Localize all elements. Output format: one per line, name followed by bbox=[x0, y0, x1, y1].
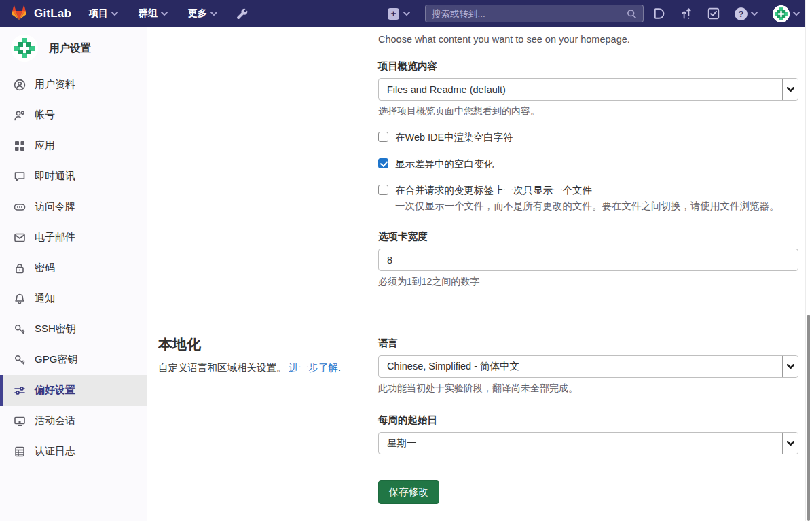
checkbox-row-one-file-at-a-time: 在合并请求的变更标签上一次只显示一个文件 bbox=[378, 184, 798, 197]
sidebar-item-label: SSH密钥 bbox=[35, 323, 76, 336]
sidebar-item-emails[interactable]: 电子邮件 bbox=[0, 222, 147, 253]
checkbox-label[interactable]: 在合并请求的变更标签上一次只显示一个文件 bbox=[395, 184, 592, 197]
sidebar-item-active-sessions[interactable]: 活动会话 bbox=[0, 406, 147, 436]
page-scrollbar-track[interactable] bbox=[805, 0, 812, 521]
auth-log-icon bbox=[14, 446, 26, 458]
sidebar-item-label: 电子邮件 bbox=[35, 231, 75, 244]
language-select[interactable]: Chinese, Simplified - 简体中文 bbox=[378, 355, 798, 378]
sidebar-item-label: 应用 bbox=[35, 139, 55, 152]
gitlab-app: GitLab 项目 群组 更多 + bbox=[0, 0, 812, 521]
sidebar-item-account[interactable]: 帐号 bbox=[0, 100, 147, 130]
gpg-key-icon bbox=[14, 354, 26, 366]
sidebar-item-notifications[interactable]: 通知 bbox=[0, 283, 147, 314]
homepage-content-help: Choose what content you want to see on y… bbox=[378, 34, 798, 45]
sidebar-item-label: 帐号 bbox=[35, 109, 55, 122]
tab-width-label: 选项卡宽度 bbox=[378, 230, 798, 243]
chevron-down-icon bbox=[210, 12, 217, 16]
period: . bbox=[338, 362, 341, 373]
sidebar-item-password[interactable]: 密码 bbox=[0, 253, 147, 283]
sidebar-item-label: 偏好设置 bbox=[35, 384, 75, 397]
help-dropdown[interactable]: ? bbox=[735, 7, 758, 20]
page-scrollbar-thumb[interactable] bbox=[807, 315, 810, 521]
project-overview-value: Files and Readme (default) bbox=[379, 79, 782, 100]
tab-width-input[interactable] bbox=[378, 249, 798, 271]
menu-more-label: 更多 bbox=[188, 7, 207, 20]
sidebar-item-label: 密码 bbox=[35, 262, 55, 274]
gitlab-logo-icon bbox=[11, 5, 27, 22]
sidebar-item-preferences[interactable]: 偏好设置 bbox=[0, 375, 147, 406]
checkbox-row-show-whitespace-diff: 显示差异中的空白变化 bbox=[378, 158, 798, 170]
sidebar-header: 用户设置 bbox=[0, 27, 147, 68]
first-day-select[interactable]: 星期一 bbox=[378, 432, 798, 454]
sidebar-item-chat[interactable]: 即时通讯 bbox=[0, 161, 147, 192]
sidebar-item-profile[interactable]: 用户资料 bbox=[0, 69, 147, 100]
gitlab-brand-text: GitLab bbox=[34, 7, 71, 20]
global-search[interactable] bbox=[425, 5, 644, 22]
sidebar-item-label: 即时通讯 bbox=[35, 170, 75, 183]
chevron-down-icon bbox=[403, 12, 410, 16]
language-value: Chinese, Simplified - 简体中文 bbox=[379, 356, 782, 377]
menu-projects-label: 项目 bbox=[89, 7, 108, 20]
language-label: 语言 bbox=[378, 337, 798, 350]
password-icon bbox=[14, 262, 26, 274]
avatar bbox=[11, 35, 38, 62]
checkbox-label[interactable]: 在Web IDE中渲染空白字符 bbox=[395, 131, 513, 144]
behavior-section: Choose what content you want to see on y… bbox=[158, 27, 798, 288]
show-whitespace-diff-checkbox[interactable] bbox=[378, 158, 388, 168]
localization-section: 本地化 自定义语言和区域相关设置。 进一步了解. 语言 Chinese, Sim… bbox=[158, 317, 798, 504]
localization-title: 本地化 bbox=[158, 335, 378, 354]
chevron-down-icon bbox=[793, 12, 800, 16]
tab-width-hint: 必须为1到12之间的数字 bbox=[378, 276, 798, 288]
first-day-label: 每周的起始日 bbox=[378, 414, 798, 427]
sidebar-item-label: 活动会话 bbox=[35, 414, 75, 427]
admin-wrench-icon[interactable] bbox=[236, 8, 248, 20]
access-token-icon bbox=[14, 201, 26, 213]
sidebar-item-label: GPG密钥 bbox=[35, 353, 77, 366]
project-overview-select[interactable]: Files and Readme (default) bbox=[378, 78, 798, 101]
ssh-key-icon bbox=[14, 323, 26, 336]
project-overview-label: 项目概览内容 bbox=[378, 60, 798, 73]
menu-groups-label: 群组 bbox=[139, 7, 158, 20]
merge-request-icon[interactable] bbox=[680, 7, 693, 20]
first-day-value: 星期一 bbox=[379, 433, 782, 454]
menu-groups[interactable]: 群组 bbox=[139, 7, 168, 20]
menu-projects[interactable]: 项目 bbox=[89, 7, 118, 20]
active-sessions-icon bbox=[14, 415, 26, 427]
sidebar-item-label: 访问令牌 bbox=[35, 200, 75, 213]
sidebar-title: 用户设置 bbox=[49, 41, 91, 56]
search-icon bbox=[627, 9, 637, 19]
checkbox-label[interactable]: 显示差异中的空白变化 bbox=[395, 158, 494, 170]
sidebar-item-label: 通知 bbox=[35, 292, 55, 305]
todo-icon[interactable] bbox=[707, 7, 720, 20]
sidebar-item-auth-log[interactable]: 认证日志 bbox=[0, 436, 147, 467]
sidebar-item-label: 认证日志 bbox=[35, 445, 75, 458]
menu-more[interactable]: 更多 bbox=[188, 7, 217, 20]
chat-icon bbox=[14, 170, 26, 183]
sidebar-item-access-tokens[interactable]: 访问令牌 bbox=[0, 192, 147, 222]
new-item-dropdown[interactable]: + bbox=[388, 8, 410, 20]
chevron-down-icon bbox=[161, 12, 168, 16]
email-icon bbox=[14, 232, 26, 244]
avatar bbox=[773, 5, 790, 22]
sidebar-item-label: 用户资料 bbox=[35, 78, 75, 91]
sidebar-item-applications[interactable]: 应用 bbox=[0, 130, 147, 161]
sidebar-item-ssh-keys[interactable]: SSH密钥 bbox=[0, 314, 147, 344]
search-input[interactable] bbox=[432, 9, 627, 19]
language-hint: 此功能当初处于实验阶段，翻译尚未全部完成。 bbox=[378, 382, 798, 395]
user-menu[interactable] bbox=[773, 5, 800, 22]
render-whitespace-checkbox[interactable] bbox=[378, 132, 388, 142]
gitlab-home-link[interactable]: GitLab bbox=[11, 5, 71, 22]
save-changes-button[interactable]: 保存修改 bbox=[378, 480, 439, 504]
learn-more-link[interactable]: 进一步了解 bbox=[289, 362, 339, 373]
localization-description: 自定义语言和区域相关设置。 进一步了解. bbox=[158, 361, 378, 374]
applications-icon bbox=[14, 140, 26, 152]
project-overview-hint: 选择项目概览页面中您想看到的内容。 bbox=[378, 105, 798, 118]
chevron-down-icon bbox=[782, 356, 798, 377]
notifications-icon bbox=[14, 293, 26, 305]
issues-icon[interactable] bbox=[653, 7, 665, 20]
top-navbar: GitLab 项目 群组 更多 + bbox=[0, 0, 812, 27]
help-icon: ? bbox=[735, 7, 748, 20]
chevron-down-icon bbox=[751, 12, 758, 16]
sidebar-item-gpg-keys[interactable]: GPG密钥 bbox=[0, 344, 147, 375]
one-file-at-a-time-checkbox[interactable] bbox=[378, 185, 388, 195]
